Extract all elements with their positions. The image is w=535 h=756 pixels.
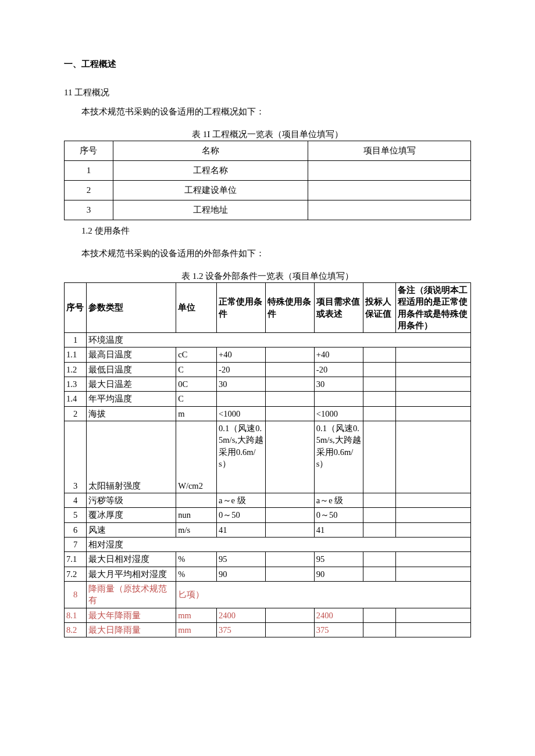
table2-header-ptype: 参数类型 [87, 283, 176, 333]
table-cell [363, 493, 395, 508]
table-cell-no: 7 [65, 538, 87, 552]
table-row: 1工程名称 [65, 161, 471, 181]
table-row: 1.2最低日温度C-20-20 [65, 362, 471, 377]
table-cell [363, 552, 395, 567]
table1-header-no: 序号 [65, 141, 113, 161]
table-row: 1.3最大日温差0C3030 [65, 377, 471, 392]
table-cell [395, 406, 470, 421]
table-cell: a～e 级 [217, 493, 266, 508]
table-cell: 海拔 [87, 406, 176, 421]
table-cell [395, 508, 470, 522]
table-cell [314, 392, 363, 406]
table-cell: 覆冰厚度 [87, 508, 176, 522]
table-cell-no: 1 [65, 333, 87, 347]
table-cell [363, 392, 395, 406]
table-cell-no: 1.3 [65, 377, 87, 392]
table-row: 5覆冰厚度nun0～500～50 [65, 508, 471, 522]
table-cell [395, 421, 470, 493]
table-cell: 3 [65, 200, 113, 220]
table-cell-span: 环境温度 [87, 333, 471, 347]
table-cell: 工程建设单位 [113, 181, 308, 200]
table1: 序号 名称 项目单位填写 1工程名称2工程建设单位3工程地址 [64, 141, 471, 220]
table-cell: 工程名称 [113, 161, 308, 181]
table-cell [265, 622, 314, 637]
table-cell: +40 [314, 347, 363, 362]
table-cell: 工程地址 [113, 200, 308, 220]
table-cell: C [176, 392, 217, 406]
table-cell: 风速 [87, 522, 176, 537]
table-cell [395, 622, 470, 637]
table-cell: 0～50 [314, 508, 363, 522]
table-cell: 最低日温度 [87, 362, 176, 377]
table-cell-span: 相对湿度 [87, 538, 471, 552]
table-cell [363, 377, 395, 392]
table-row: 1.4年平均温度C [65, 392, 471, 406]
table2-header-normal: 正常使用条件 [217, 283, 266, 333]
table-cell: 375 [314, 622, 363, 637]
table-cell [265, 406, 314, 421]
table-row: 7.1最大日相对湿度%9595 [65, 552, 471, 567]
table-cell [363, 362, 395, 377]
table-cell: 30 [314, 377, 363, 392]
table2-header-no: 序号 [65, 283, 87, 333]
table-cell-no: 7.2 [65, 567, 87, 581]
table-cell [308, 181, 471, 200]
table-cell: 0.1（风速0.5m/s,大跨越采用0.6m/s） [217, 421, 266, 493]
table-row: 3太阳辐射强度W/cm20.1（风速0.5m/s,大跨越采用0.6m/s）0.1… [65, 421, 471, 493]
table-cell [265, 508, 314, 522]
table-cell: 0C [176, 377, 217, 392]
table-cell [395, 362, 470, 377]
table2-header-bid: 投标人保证值 [363, 283, 395, 333]
table-cell: 最大日温差 [87, 377, 176, 392]
table-cell: 2400 [314, 608, 363, 622]
table-cell [395, 522, 470, 537]
table-row: 7相对湿度 [65, 538, 471, 552]
table-cell [265, 567, 314, 581]
table2-header-unit: 单位 [176, 283, 217, 333]
table-cell: 最高日温度 [87, 347, 176, 362]
table-cell [265, 392, 314, 406]
table-cell [395, 377, 470, 392]
paragraph-1: 本技术规范书采购的设备适用的工程概况如下： [64, 106, 471, 118]
table-cell: W/cm2 [176, 421, 217, 493]
table-row: 1环境温度 [65, 333, 471, 347]
table-cell: -20 [314, 362, 363, 377]
table-cell: % [176, 567, 217, 581]
table-cell [363, 347, 395, 362]
table-cell [363, 421, 395, 493]
table-cell: 0.1（风速0.5m/s,大跨越采用0.6m/s） [314, 421, 363, 493]
table1-header-name: 名称 [113, 141, 308, 161]
table-cell [265, 493, 314, 508]
table-cell: m [176, 406, 217, 421]
table-cell-no: 7.1 [65, 552, 87, 567]
table-cell [176, 493, 217, 508]
table-row: 3工程地址 [65, 200, 471, 220]
table-cell-no: 8.2 [65, 622, 87, 637]
table-cell [395, 493, 470, 508]
table-row: 4污秽等级a～e 级a～e 级 [65, 493, 471, 508]
table-cell: 41 [314, 522, 363, 537]
table-cell [217, 392, 266, 406]
table-row: 8降雨量（原技术规范有匕项） [65, 581, 471, 608]
table-cell [395, 567, 470, 581]
table-cell: 41 [217, 522, 266, 537]
table-cell: 最大日降雨量 [87, 622, 176, 637]
table-cell: 2400 [217, 608, 266, 622]
table-cell: 90 [314, 567, 363, 581]
table-cell [265, 421, 314, 493]
table-cell: % [176, 552, 217, 567]
table-cell-no: 2 [65, 406, 87, 421]
table-cell: mm [176, 622, 217, 637]
table-cell: 污秽等级 [87, 493, 176, 508]
table-cell: <1000 [314, 406, 363, 421]
table-cell-no: 8 [65, 581, 87, 608]
table-row: 8.1最大年降雨量mm24002400 [65, 608, 471, 622]
table-cell: 太阳辐射强度 [87, 421, 176, 493]
table-row: 6风速m/s4141 [65, 522, 471, 537]
table-cell [308, 161, 471, 181]
table-cell-unit-span: 匕项） [176, 581, 471, 608]
table-cell: -20 [217, 362, 266, 377]
table2: 序号 参数类型 单位 正常使用条件 特殊使用条件 项目需求值或表述 投标人保证值… [64, 282, 471, 637]
table2-header-row: 序号 参数类型 单位 正常使用条件 特殊使用条件 项目需求值或表述 投标人保证值… [65, 283, 471, 333]
table-row: 2海拔m<1000<1000 [65, 406, 471, 421]
